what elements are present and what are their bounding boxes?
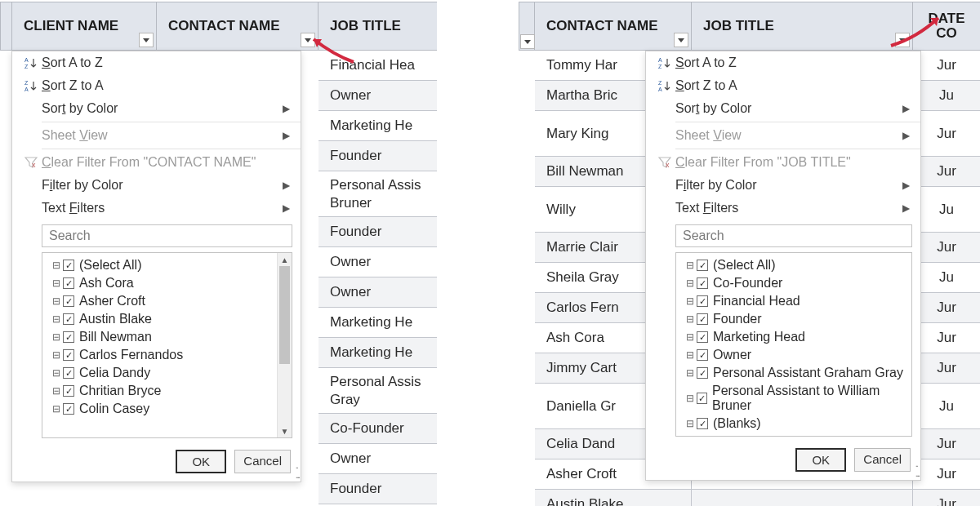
- table-cell[interactable]: Jur: [913, 111, 980, 157]
- cancel-button[interactable]: Cancel: [854, 448, 911, 472]
- resize-grip-icon[interactable]: ......: [915, 459, 919, 478]
- table-cell[interactable]: Owner: [318, 81, 437, 111]
- table-cell[interactable]: Owner: [318, 247, 437, 277]
- menu-sheet-view: Sheet View ▶: [12, 124, 301, 147]
- table-cell[interactable]: Financial Hea: [318, 51, 437, 81]
- table-cell[interactable]: Ju: [913, 81, 980, 111]
- filter-button-job[interactable]: [895, 33, 910, 47]
- table-cell[interactable]: Jur: [913, 429, 980, 459]
- filter-check-item[interactable]: ⊟✓Ash Cora: [42, 274, 292, 292]
- table-cell[interactable]: Jur: [913, 490, 980, 506]
- filter-check-item[interactable]: ⊟✓Personal Assistant to William Bruner: [676, 382, 911, 415]
- table-cell[interactable]: Ju: [913, 384, 980, 429]
- filter-check-item[interactable]: ⊟✓Financial Head: [676, 292, 911, 310]
- sort-az-icon: AZ: [20, 56, 42, 69]
- col-header-client: CLIENT NAME: [24, 18, 118, 34]
- table-cell[interactable]: Owner: [318, 444, 437, 474]
- filter-check-item[interactable]: ⊟✓(Blanks): [676, 415, 911, 433]
- menu-clear-filter: x Clear Filter From "CONTACT NAME": [12, 151, 301, 174]
- col-header-job: JOB TITLE: [703, 18, 774, 34]
- table-cell[interactable]: Jur: [913, 233, 980, 263]
- filter-button-stub[interactable]: [520, 34, 535, 49]
- submenu-arrow-icon: ▶: [902, 202, 911, 214]
- menu-text-filters[interactable]: Text Filters ▶: [12, 197, 301, 220]
- table-cell[interactable]: Founder: [318, 217, 437, 247]
- scrollbar[interactable]: ▲ ▼: [277, 253, 292, 437]
- table-cell[interactable]: Marketing He: [318, 308, 437, 338]
- filter-button-contact[interactable]: [301, 33, 315, 47]
- filter-check-item[interactable]: ⊟✓Personal Assistant Graham Gray: [676, 364, 911, 382]
- table-cell[interactable]: Personal AssisBruner: [318, 171, 437, 217]
- filter-check-item[interactable]: ⊟✓(Select All): [676, 256, 911, 274]
- clear-filter-icon: x: [20, 156, 42, 169]
- filter-check-item[interactable]: ⊟✓Owner: [676, 346, 911, 364]
- resize-grip-icon[interactable]: ......: [296, 460, 299, 480]
- filter-menu-job: AZ Sort A to Z ZA Sort Z to A Sort by Co…: [645, 51, 921, 481]
- svg-text:Z: Z: [24, 80, 29, 86]
- menu-sort-az[interactable]: AZ Sort A to Z: [12, 51, 301, 74]
- submenu-arrow-icon: ▶: [283, 180, 291, 191]
- table-cell[interactable]: Jur: [913, 293, 980, 323]
- filter-check-item[interactable]: ⊟✓Carlos Fernandos: [42, 346, 292, 364]
- table-cell[interactable]: Jur: [913, 353, 980, 384]
- svg-text:Z: Z: [658, 80, 662, 86]
- filter-check-item[interactable]: ⊟✓Colin Casey: [42, 400, 292, 418]
- filter-check-item[interactable]: ⊟✓Founder: [676, 310, 911, 328]
- table-cell[interactable]: Jur: [913, 459, 980, 490]
- filter-check-item[interactable]: ⊟✓Asher Croft: [42, 292, 292, 310]
- table-cell[interactable]: Ju: [913, 187, 980, 233]
- filter-checklist[interactable]: ⊟✓(Select All)⊟✓Co-Founder⊟✓Financial He…: [675, 252, 912, 437]
- ok-button[interactable]: OK: [176, 450, 226, 473]
- filter-check-item[interactable]: ⊟✓Co-Founder: [676, 274, 911, 292]
- table-cell[interactable]: [692, 490, 913, 506]
- menu-sort-za[interactable]: ZA Sort Z to A: [12, 74, 301, 97]
- filter-search-input[interactable]: Search: [675, 224, 912, 247]
- table-cell[interactable]: Jur: [913, 323, 980, 353]
- ok-button[interactable]: OK: [795, 448, 846, 472]
- filter-menu-contact: AZ Sort A to Z ZA Sort Z to A Sort by Co…: [11, 51, 301, 482]
- table-cell[interactable]: Co-Founder: [318, 414, 437, 444]
- menu-filter-by-color[interactable]: Filter by Color ▶: [646, 174, 920, 197]
- submenu-arrow-icon: ▶: [902, 103, 911, 114]
- table-cell[interactable]: Austin Blake: [535, 490, 692, 506]
- cancel-button[interactable]: Cancel: [234, 450, 291, 473]
- filter-check-item[interactable]: ⊟✓Celia Dandy: [42, 364, 292, 382]
- menu-filter-by-color[interactable]: Filter by Color ▶: [12, 174, 301, 197]
- menu-text-filters[interactable]: Text Filters ▶: [646, 197, 920, 220]
- menu-sort-za[interactable]: ZA Sort Z to A: [646, 74, 920, 97]
- svg-text:A: A: [658, 87, 662, 92]
- menu-sort-by-color[interactable]: Sort by Color ▶: [646, 97, 920, 120]
- filter-search-input[interactable]: Search: [42, 224, 292, 247]
- sort-az-icon: AZ: [654, 56, 675, 69]
- filter-button-client[interactable]: [139, 33, 154, 47]
- svg-text:Z: Z: [658, 64, 662, 69]
- submenu-arrow-icon: ▶: [283, 202, 291, 214]
- col-header-date: DATECO: [928, 11, 964, 41]
- table-cell[interactable]: Jur: [913, 51, 980, 81]
- menu-sort-az[interactable]: AZ Sort A to Z: [646, 51, 920, 74]
- table-cell[interactable]: Founder: [318, 474, 437, 504]
- table-cell[interactable]: Personal AssisGray: [318, 368, 437, 414]
- menu-sort-by-color[interactable]: Sort by Color ▶: [12, 97, 301, 120]
- menu-clear-filter: x Clear Filter From "JOB TITLE": [646, 151, 920, 174]
- table-cell[interactable]: Jur: [913, 157, 980, 187]
- table-cell[interactable]: Owner: [318, 277, 437, 308]
- sort-za-icon: ZA: [654, 79, 675, 92]
- filter-check-item[interactable]: ⊟✓Austin Blake: [42, 310, 292, 328]
- svg-text:A: A: [24, 87, 29, 92]
- svg-text:x: x: [666, 161, 670, 169]
- table-cell[interactable]: Marketing He: [318, 111, 437, 141]
- table-cell[interactable]: Founder: [318, 141, 437, 171]
- svg-text:A: A: [24, 57, 29, 63]
- table-cell[interactable]: Ju: [913, 263, 980, 293]
- col-header-contact: CONTACT NAME: [168, 18, 280, 34]
- filter-checklist[interactable]: ⊟✓(Select All)⊟✓Ash Cora⊟✓Asher Croft⊟✓A…: [42, 252, 292, 438]
- filter-check-item[interactable]: ⊟✓Bill Newman: [42, 328, 292, 346]
- table-cell[interactable]: Marketing He: [318, 338, 437, 368]
- scrollbar-thumb[interactable]: [279, 266, 290, 364]
- filter-check-item[interactable]: ⊟✓Marketing Head: [676, 328, 911, 346]
- submenu-arrow-icon: ▶: [283, 103, 291, 114]
- filter-check-item[interactable]: ⊟✓Chritian Bryce: [42, 382, 292, 400]
- filter-button-contact[interactable]: [674, 33, 688, 47]
- filter-check-item[interactable]: ⊟✓(Select All): [42, 256, 292, 274]
